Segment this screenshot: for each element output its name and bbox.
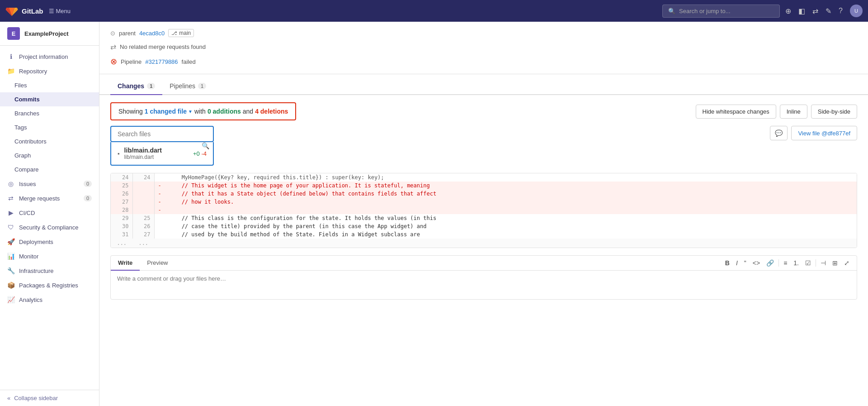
sidebar-item-security-compliance[interactable]: 🛡 Security & Compliance xyxy=(0,220,99,234)
search-and-viewfile: 🔍 ▪ lib/main.dart lib/main.dart +0 xyxy=(110,126,857,166)
sidebar-item-packages-registries[interactable]: 📦 Packages & Registries xyxy=(0,278,99,292)
pipeline-label: Pipeline xyxy=(121,58,142,65)
monitor-icon: 📊 xyxy=(7,253,14,260)
new-item-button[interactable]: ⊕ xyxy=(785,7,791,15)
commit-tabs: Changes 1 Pipelines 1 xyxy=(99,78,868,95)
comment-textarea[interactable] xyxy=(111,271,857,298)
merge-requests-icon[interactable]: ⇄ xyxy=(812,7,818,15)
tab-changes[interactable]: Changes 1 xyxy=(110,78,162,95)
sidebar-item-tags[interactable]: Tags xyxy=(0,120,99,134)
sidebar-item-infrastructure[interactable]: 🔧 Infrastructure xyxy=(0,263,99,278)
fullscreen-button[interactable]: ⤢ xyxy=(842,258,851,267)
menu-button[interactable]: ☰ Menu xyxy=(49,8,71,14)
diff-code-content: // case the title) provided by the paren… xyxy=(165,222,857,230)
sidebar-item-project-information[interactable]: ℹ Project information xyxy=(0,49,99,64)
line-num-left: 31 xyxy=(111,230,132,239)
project-header[interactable]: E ExampleProject xyxy=(0,22,99,46)
sidebar-item-compare[interactable]: Compare xyxy=(0,162,99,177)
help-icon[interactable]: ? xyxy=(839,7,843,15)
line-num-left: 24 xyxy=(111,173,132,182)
pipeline-link[interactable]: #321779886 xyxy=(145,58,178,65)
sidebar-item-commits[interactable]: Commits xyxy=(0,92,99,106)
sidebar-item-files[interactable]: Files xyxy=(0,78,99,92)
changes-section: Showing 1 changed file ▼ with 0 addition… xyxy=(110,102,857,166)
inline-button[interactable]: Inline xyxy=(780,105,807,119)
merge-requests-badge: 0 xyxy=(84,195,92,201)
sidebar-item-contributors[interactable]: Contributors xyxy=(0,134,99,148)
merge-request-icon: ⇄ xyxy=(110,43,116,51)
sidebar-item-label: Files xyxy=(14,82,27,89)
sidebar-item-deployments[interactable]: 🚀 Deployments xyxy=(0,234,99,249)
bullet-list-button[interactable]: ≡ xyxy=(782,258,789,267)
issues-icon: ◎ xyxy=(7,180,14,187)
gitlab-logo[interactable]: GitLab xyxy=(5,5,43,17)
diff-sign xyxy=(154,230,165,239)
italic-button[interactable]: I xyxy=(734,258,740,267)
global-search[interactable]: 🔍 Search or jump to... xyxy=(662,5,780,18)
file-count[interactable]: 1 changed file ▼ xyxy=(145,108,193,115)
todo-icon[interactable]: ✎ xyxy=(826,7,831,15)
deletions-count: 4 deletions xyxy=(255,108,288,115)
sidebar-item-analytics[interactable]: 📈 Analytics xyxy=(0,292,99,307)
view-file-button[interactable]: View file @dfe877ef xyxy=(791,126,857,140)
sidebar-item-branches[interactable]: Branches xyxy=(0,106,99,120)
sidebar-item-merge-requests[interactable]: ⇄ Merge requests 0 xyxy=(0,191,99,205)
indent-button[interactable]: ⊣ xyxy=(819,258,828,267)
sidebar-item-monitor[interactable]: 📊 Monitor xyxy=(0,249,99,263)
numbered-list-button[interactable]: 1. xyxy=(792,258,801,267)
sidebar: E ExampleProject ℹ Project information 📁… xyxy=(0,22,99,406)
collapse-sidebar-button[interactable]: « Collapse sidebar xyxy=(0,390,99,406)
diff-sign xyxy=(154,173,165,182)
comment-box: Write Preview B I " <> 🔗 ≡ 1. ☑ ⊣ ⊞ ⤢ xyxy=(110,255,857,300)
no-mr-text: No related merge requests found xyxy=(120,43,206,50)
file-doc-icon: ▪ xyxy=(118,150,120,157)
diff-code-content: MyHomePage({Key? key, required this.titl… xyxy=(165,173,857,182)
deployments-icon: 🚀 xyxy=(7,238,14,245)
toolbar-separator-2 xyxy=(816,259,816,267)
sidebar-item-cicd[interactable]: ▶ CI/CD xyxy=(0,205,99,220)
parent-icon: ⊙ xyxy=(110,30,115,37)
file-deletions: -4 xyxy=(201,150,207,157)
line-num-left: 28 xyxy=(111,206,132,214)
diff-code-content xyxy=(165,206,857,214)
sidebar-item-graph[interactable]: Graph xyxy=(0,148,99,162)
search-files-input[interactable] xyxy=(110,126,214,142)
parent-label: parent xyxy=(119,30,136,37)
tab-pipelines[interactable]: Pipelines 1 xyxy=(162,78,213,95)
line-num-right xyxy=(132,190,154,198)
tab-write[interactable]: Write xyxy=(111,256,140,271)
sidebar-item-issues[interactable]: ◎ Issues 0 xyxy=(0,177,99,191)
line-num-right: 24 xyxy=(132,173,154,182)
comment-icon-button[interactable]: 💬 xyxy=(770,126,788,140)
cicd-icon: ▶ xyxy=(7,209,14,216)
collapse-label: Collapse sidebar xyxy=(14,395,58,401)
merge-icon: ⇄ xyxy=(7,195,14,202)
checklist-button[interactable]: ☑ xyxy=(803,258,813,267)
brand-name: GitLab xyxy=(22,7,43,15)
menu-label: Menu xyxy=(56,8,71,14)
topnav: GitLab ☰ Menu 🔍 Search or jump to... ⊕ ◧… xyxy=(0,0,868,22)
side-by-side-button[interactable]: Side-by-side xyxy=(811,105,857,119)
file-result-item[interactable]: ▪ lib/main.dart lib/main.dart +0 -4 xyxy=(111,142,213,165)
sidebar-item-repository[interactable]: 📁 Repository xyxy=(0,64,99,78)
diff-code-content: // This class is the configuration for t… xyxy=(165,214,857,222)
line-num-right xyxy=(132,206,154,214)
user-avatar[interactable]: U xyxy=(850,5,863,17)
link-button[interactable]: 🔗 xyxy=(764,258,776,267)
quote-button[interactable]: " xyxy=(742,258,748,267)
showing-label: Showing xyxy=(118,108,143,115)
hide-whitespace-button[interactable]: Hide whitespace changes xyxy=(696,105,776,119)
parent-hash[interactable]: 4ecad8c0 xyxy=(139,30,165,37)
table-button[interactable]: ⊞ xyxy=(830,258,840,267)
code-button[interactable]: <> xyxy=(751,258,762,267)
bold-button[interactable]: B xyxy=(723,258,731,267)
tab-changes-label: Changes xyxy=(118,82,144,90)
sidebar-item-label: Deployments xyxy=(19,239,53,245)
line-num-right xyxy=(132,182,154,190)
sidebar-item-label: Analytics xyxy=(19,296,42,303)
issues-icon[interactable]: ◧ xyxy=(798,7,805,15)
tab-preview[interactable]: Preview xyxy=(140,256,175,270)
diff-view-actions: Hide whitespace changes Inline Side-by-s… xyxy=(696,105,858,119)
diff-sign: - xyxy=(154,182,165,190)
search-placeholder: Search or jump to... xyxy=(679,8,730,14)
